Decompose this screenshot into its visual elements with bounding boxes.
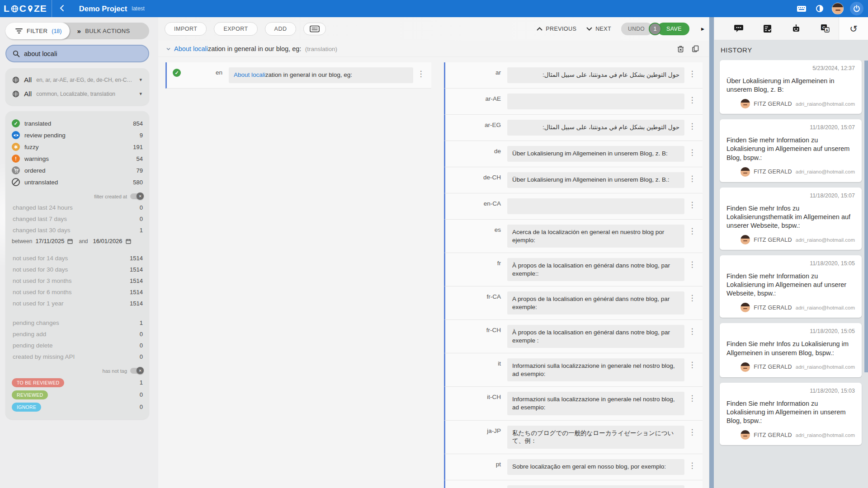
translation-value-box[interactable]: Informazioni sulla localizzazione in gen… xyxy=(507,358,684,381)
translation-value-box[interactable]: حول التوطين بشكل عام في مدونتنا، على سبي… xyxy=(507,120,684,136)
status-filter-row[interactable]: ✓ ∗ ! translated 854 xyxy=(12,117,143,129)
changed-filter-row[interactable]: changed last 30 days 1 xyxy=(12,225,143,236)
filter-button[interactable]: FILTER (18) xyxy=(5,23,70,39)
tag-filter-row[interactable]: TO BE REVIEWED 1 xyxy=(12,376,143,389)
status-icon: ✓ xyxy=(451,487,459,488)
row-menu-button[interactable]: ⋮ xyxy=(684,258,700,269)
status-filter-row[interactable]: ✓ ∗ ! warnings 54 xyxy=(12,153,143,164)
date-to-field[interactable]: 16/01/2026 xyxy=(93,238,123,244)
row-menu-button[interactable]: ⋮ xyxy=(684,392,700,403)
keyboard-shortcuts-icon[interactable] xyxy=(796,3,807,14)
pending-filter-row[interactable]: pending add 0 xyxy=(12,328,143,340)
history-user-line: FITZ GERALD adri_raiano@hotmail.com xyxy=(726,99,855,108)
changed-filter-row[interactable]: changed last 7 days 0 xyxy=(12,213,143,225)
calendar-icon[interactable] xyxy=(126,239,131,244)
user-name: FITZ GERALD xyxy=(754,305,792,311)
key-expand-icon[interactable] xyxy=(166,47,170,51)
changed-filter-row[interactable]: changed last 24 hours 0 xyxy=(12,202,143,213)
row-menu-button[interactable]: ⋮ xyxy=(684,94,700,105)
translation-value-box[interactable]: Über Lokalisierung im Allgemeinen in uns… xyxy=(507,146,684,162)
user-name: FITZ GERALD xyxy=(754,364,792,370)
not-used-filter-row[interactable]: not used for 3 months 1514 xyxy=(12,275,143,286)
history-user-line: FITZ GERALD adri_raiano@hotmail.com xyxy=(726,362,855,372)
bulk-actions-button[interactable]: » BULK ACTIONS xyxy=(70,27,149,35)
translation-value-box[interactable]: Informazioni sulla localizzazione in gen… xyxy=(507,392,684,415)
has-not-tag-toggle[interactable]: ✕ xyxy=(130,368,143,374)
translation-value-box[interactable]: Sobre localização em geral em nosso blog… xyxy=(507,459,684,475)
status-filter-row[interactable]: ✓ ∗ ! untranslated 580 xyxy=(12,176,143,188)
translation-value-box[interactable]: À propos de la localisation en général d… xyxy=(507,325,684,348)
translation-value-box[interactable]: حول التوطين بشكل عام في مدونتنا، على سبي… xyxy=(507,67,684,83)
import-button[interactable]: IMPORT xyxy=(165,22,207,36)
translation-value-box[interactable]: О локализации в целом в нашем блоге, нап… xyxy=(507,485,684,488)
row-menu-button[interactable]: ⋮ xyxy=(684,67,700,79)
copy-key-button[interactable] xyxy=(692,45,699,52)
status-icon: ✓ xyxy=(451,427,459,435)
row-menu-button[interactable]: ⋮ xyxy=(684,291,700,303)
translation-value-box[interactable]: 私たちのブログでの一般的なローカライゼーションについて、例： xyxy=(507,426,684,449)
row-menu-button[interactable]: ⋮ xyxy=(684,358,700,370)
row-menu-button[interactable]: ⋮ xyxy=(684,459,700,470)
row-menu-button[interactable]: ⋮ xyxy=(684,198,700,210)
filter-created-at-toggle[interactable]: ✕ xyxy=(130,193,143,199)
logout-button[interactable] xyxy=(850,2,863,15)
date-from-field[interactable]: 17/11/2025 xyxy=(35,238,64,244)
translation-value-box[interactable]: A propos de la localisation en général d… xyxy=(507,291,684,314)
history-text: Finden Sie mehr Infos zu Lokalisierungst… xyxy=(726,204,855,230)
not-used-filter-row[interactable]: not used for 14 days 1514 xyxy=(12,253,143,264)
row-menu-button[interactable]: ⋮ xyxy=(684,325,700,336)
row-menu-button[interactable]: ⋮ xyxy=(684,225,700,236)
delete-key-button[interactable] xyxy=(677,45,684,52)
next-button[interactable]: NEXT xyxy=(586,26,611,32)
row-menu-button[interactable]: ⋮ xyxy=(684,485,700,488)
back-button[interactable] xyxy=(53,0,71,17)
scope-dropdown[interactable]: All en, ar, ar-AE, ar-EG, de, de-CH, en-… xyxy=(12,73,143,87)
status-icon: ✓ ∗ ! xyxy=(12,155,20,163)
row-menu-button[interactable]: ⋮ xyxy=(684,146,700,157)
scope-icon xyxy=(12,90,19,98)
translation-value-box[interactable]: Acerca de la localización en general en … xyxy=(507,225,684,248)
status-filter-row[interactable]: ✓ ∗ ! review pending 9 xyxy=(12,129,143,141)
source-value-box[interactable]: About localization in general in our blo… xyxy=(229,67,413,83)
shortcuts-button[interactable] xyxy=(303,23,326,35)
not-used-filter-row[interactable]: not used for 6 months 1514 xyxy=(12,286,143,298)
row-menu-button[interactable]: ⋮ xyxy=(684,172,700,183)
status-filter-row[interactable]: ✓ ∗ ! fuzzy 191 xyxy=(12,141,143,153)
status-filter-row[interactable]: ✓ ∗ ! ordered 79 xyxy=(12,164,143,176)
comments-icon[interactable] xyxy=(724,17,753,40)
search-input[interactable] xyxy=(24,50,132,57)
add-button[interactable]: ADD xyxy=(265,22,297,36)
pending-filter-row[interactable]: created by missing API 0 xyxy=(12,351,143,362)
pending-filter-row[interactable]: pending changes 1 xyxy=(12,317,143,328)
scope-dropdown[interactable]: All common, Localizable, translation ▾ xyxy=(12,87,143,101)
main-scrollbar-thumb[interactable] xyxy=(709,17,714,488)
row-menu-button[interactable]: ⋮ xyxy=(684,120,700,131)
review-tasks-icon[interactable] xyxy=(753,17,782,40)
previous-button[interactable]: PREVIOUS xyxy=(537,26,576,32)
translation-value-box[interactable]: Über Lokalisierung im Allgemeinen in uns… xyxy=(507,172,684,188)
undo-button[interactable]: UNDO xyxy=(621,23,653,35)
user-email: adri_raiano@hotmail.com xyxy=(796,305,855,310)
translation-value-box[interactable]: À propos de la localisation en général d… xyxy=(507,258,684,281)
tag-filter-row[interactable]: REVIEWED 0 xyxy=(12,389,143,401)
collapse-panel-arrow[interactable]: ▶ xyxy=(701,27,704,31)
machine-translation-icon[interactable] xyxy=(782,17,811,40)
calendar-icon[interactable] xyxy=(67,239,73,244)
translation-value-box[interactable] xyxy=(507,198,684,214)
theme-contrast-icon[interactable] xyxy=(814,3,826,14)
fuzzy-icon: ∗ xyxy=(14,144,18,150)
google-translate-icon[interactable]: GA xyxy=(811,17,840,40)
save-button[interactable]: SAVE xyxy=(657,23,689,35)
export-button[interactable]: EXPORT xyxy=(214,22,257,36)
pending-filter-row[interactable]: pending delete 0 xyxy=(12,340,143,351)
history-icon[interactable]: ↺ xyxy=(839,17,868,40)
history-scrollbar-thumb[interactable] xyxy=(864,61,868,372)
row-menu-button[interactable]: ⋮ xyxy=(684,426,700,437)
row-menu-button[interactable]: ⋮ xyxy=(413,67,429,79)
user-avatar[interactable] xyxy=(832,3,844,14)
status-icon: ✓ xyxy=(451,69,459,77)
not-used-filter-row[interactable]: not used for 30 days 1514 xyxy=(12,264,143,275)
translation-value-box[interactable] xyxy=(507,94,684,109)
tag-filter-row[interactable]: IGNORE 0 xyxy=(12,401,143,413)
not-used-filter-row[interactable]: not used for 1 year 1514 xyxy=(12,298,143,309)
